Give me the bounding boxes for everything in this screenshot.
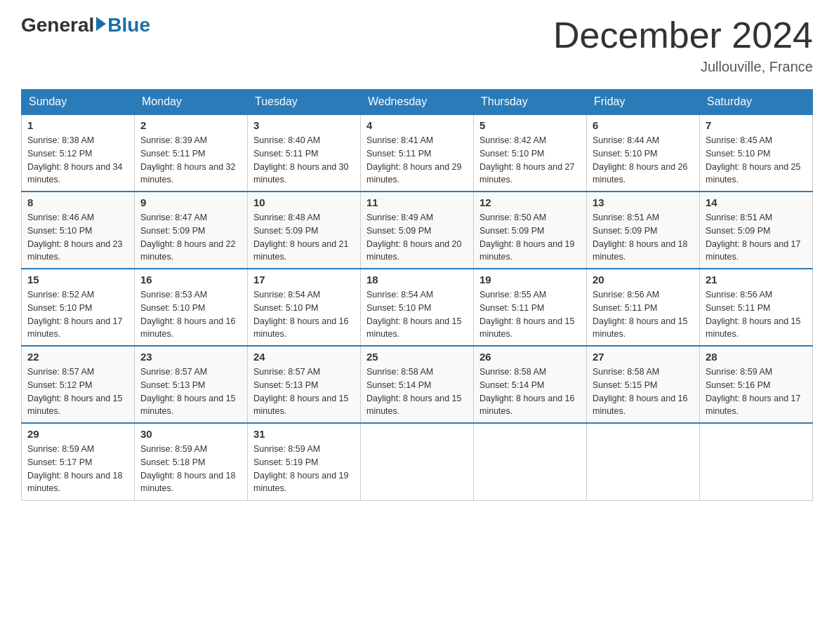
day-info: Sunrise: 8:53 AMSunset: 5:10 PMDaylight:… (140, 290, 236, 339)
day-number: 30 (140, 428, 241, 440)
calendar-table: SundayMondayTuesdayWednesdayThursdayFrid… (21, 89, 813, 501)
day-info: Sunrise: 8:40 AMSunset: 5:11 PMDaylight:… (253, 135, 349, 185)
day-info: Sunrise: 8:38 AMSunset: 5:12 PMDaylight:… (27, 135, 123, 185)
day-info: Sunrise: 8:56 AMSunset: 5:11 PMDaylight:… (593, 290, 688, 339)
day-number: 7 (706, 119, 807, 131)
day-number: 21 (706, 274, 807, 286)
calendar-header-tuesday: Tuesday (248, 90, 361, 115)
day-info: Sunrise: 8:51 AMSunset: 5:09 PMDaylight:… (706, 213, 801, 262)
day-number: 2 (140, 119, 241, 131)
day-number: 5 (479, 119, 581, 131)
day-number: 1 (27, 119, 128, 131)
calendar-cell: 13 Sunrise: 8:51 AMSunset: 5:09 PMDaylig… (587, 192, 700, 269)
calendar-cell: 21 Sunrise: 8:56 AMSunset: 5:11 PMDaylig… (700, 269, 813, 346)
calendar-cell: 15 Sunrise: 8:52 AMSunset: 5:10 PMDaylig… (22, 269, 135, 346)
day-number: 8 (27, 196, 128, 208)
day-info: Sunrise: 8:56 AMSunset: 5:11 PMDaylight:… (706, 290, 801, 339)
day-number: 15 (27, 274, 128, 286)
day-number: 28 (706, 351, 807, 363)
calendar-week-row: 22 Sunrise: 8:57 AMSunset: 5:12 PMDaylig… (22, 346, 813, 423)
day-info: Sunrise: 8:55 AMSunset: 5:11 PMDaylight:… (479, 290, 575, 339)
calendar-cell: 23 Sunrise: 8:57 AMSunset: 5:13 PMDaylig… (135, 346, 248, 423)
day-info: Sunrise: 8:57 AMSunset: 5:13 PMDaylight:… (253, 367, 349, 416)
day-number: 10 (253, 196, 355, 208)
logo-blue-text: Blue (107, 14, 150, 36)
day-info: Sunrise: 8:39 AMSunset: 5:11 PMDaylight:… (140, 135, 236, 185)
day-info: Sunrise: 8:54 AMSunset: 5:10 PMDaylight:… (366, 290, 462, 339)
day-number: 4 (366, 119, 468, 131)
calendar-cell (587, 423, 700, 500)
calendar-cell: 18 Sunrise: 8:54 AMSunset: 5:10 PMDaylig… (361, 269, 474, 346)
calendar-header-monday: Monday (135, 90, 248, 115)
calendar-week-row: 15 Sunrise: 8:52 AMSunset: 5:10 PMDaylig… (22, 269, 813, 346)
day-info: Sunrise: 8:59 AMSunset: 5:19 PMDaylight:… (253, 444, 349, 493)
day-number: 18 (366, 274, 468, 286)
calendar-header-thursday: Thursday (474, 90, 587, 115)
day-number: 9 (140, 196, 241, 208)
day-info: Sunrise: 8:51 AMSunset: 5:09 PMDaylight:… (593, 213, 688, 262)
day-info: Sunrise: 8:54 AMSunset: 5:10 PMDaylight:… (253, 290, 349, 339)
day-number: 24 (253, 351, 355, 363)
day-info: Sunrise: 8:59 AMSunset: 5:18 PMDaylight:… (140, 444, 236, 493)
calendar-cell (700, 423, 813, 500)
title-area: December 2024 Jullouville, France (553, 14, 813, 75)
day-number: 17 (253, 274, 355, 286)
day-number: 6 (593, 119, 694, 131)
calendar-cell: 25 Sunrise: 8:58 AMSunset: 5:14 PMDaylig… (361, 346, 474, 423)
day-info: Sunrise: 8:59 AMSunset: 5:17 PMDaylight:… (27, 444, 123, 493)
page-title: December 2024 (553, 14, 813, 56)
day-info: Sunrise: 8:47 AMSunset: 5:09 PMDaylight:… (140, 213, 236, 262)
day-info: Sunrise: 8:41 AMSunset: 5:11 PMDaylight:… (366, 135, 462, 185)
day-info: Sunrise: 8:58 AMSunset: 5:15 PMDaylight:… (593, 367, 688, 416)
calendar-cell: 1 Sunrise: 8:38 AMSunset: 5:12 PMDayligh… (22, 114, 135, 192)
day-info: Sunrise: 8:58 AMSunset: 5:14 PMDaylight:… (366, 367, 462, 416)
day-info: Sunrise: 8:44 AMSunset: 5:10 PMDaylight:… (593, 135, 688, 185)
day-number: 26 (479, 351, 581, 363)
calendar-cell: 27 Sunrise: 8:58 AMSunset: 5:15 PMDaylig… (587, 346, 700, 423)
calendar-cell: 10 Sunrise: 8:48 AMSunset: 5:09 PMDaylig… (248, 192, 361, 269)
day-number: 13 (593, 196, 694, 208)
day-number: 27 (593, 351, 694, 363)
day-number: 3 (253, 119, 355, 131)
day-number: 31 (253, 428, 355, 440)
calendar-cell: 9 Sunrise: 8:47 AMSunset: 5:09 PMDayligh… (135, 192, 248, 269)
calendar-cell: 24 Sunrise: 8:57 AMSunset: 5:13 PMDaylig… (248, 346, 361, 423)
day-number: 25 (366, 351, 468, 363)
calendar-header-wednesday: Wednesday (361, 90, 474, 115)
logo: General Blue (21, 14, 150, 36)
logo-arrow-icon (96, 17, 106, 31)
calendar-cell (361, 423, 474, 500)
day-info: Sunrise: 8:45 AMSunset: 5:10 PMDaylight:… (706, 135, 801, 185)
calendar-cell: 7 Sunrise: 8:45 AMSunset: 5:10 PMDayligh… (700, 114, 813, 192)
calendar-week-row: 8 Sunrise: 8:46 AMSunset: 5:10 PMDayligh… (22, 192, 813, 269)
calendar-cell: 14 Sunrise: 8:51 AMSunset: 5:09 PMDaylig… (700, 192, 813, 269)
day-number: 12 (479, 196, 581, 208)
subtitle: Jullouville, France (553, 59, 813, 75)
day-info: Sunrise: 8:49 AMSunset: 5:09 PMDaylight:… (366, 213, 462, 262)
day-number: 14 (706, 196, 807, 208)
calendar-cell: 5 Sunrise: 8:42 AMSunset: 5:10 PMDayligh… (474, 114, 587, 192)
day-info: Sunrise: 8:50 AMSunset: 5:09 PMDaylight:… (479, 213, 575, 262)
calendar-cell: 8 Sunrise: 8:46 AMSunset: 5:10 PMDayligh… (22, 192, 135, 269)
calendar-week-row: 1 Sunrise: 8:38 AMSunset: 5:12 PMDayligh… (22, 114, 813, 192)
day-number: 11 (366, 196, 468, 208)
day-number: 16 (140, 274, 241, 286)
day-info: Sunrise: 8:48 AMSunset: 5:09 PMDaylight:… (253, 213, 349, 262)
calendar-cell: 11 Sunrise: 8:49 AMSunset: 5:09 PMDaylig… (361, 192, 474, 269)
day-number: 19 (479, 274, 581, 286)
calendar-cell: 28 Sunrise: 8:59 AMSunset: 5:16 PMDaylig… (700, 346, 813, 423)
day-info: Sunrise: 8:58 AMSunset: 5:14 PMDaylight:… (479, 367, 575, 416)
header: General Blue December 2024 Jullouville, … (21, 14, 813, 75)
calendar-cell: 16 Sunrise: 8:53 AMSunset: 5:10 PMDaylig… (135, 269, 248, 346)
calendar-cell: 20 Sunrise: 8:56 AMSunset: 5:11 PMDaylig… (587, 269, 700, 346)
calendar-cell (474, 423, 587, 500)
day-number: 22 (27, 351, 128, 363)
calendar-cell: 19 Sunrise: 8:55 AMSunset: 5:11 PMDaylig… (474, 269, 587, 346)
calendar-header-saturday: Saturday (700, 90, 813, 115)
logo-area: General Blue (21, 14, 150, 36)
calendar-cell: 26 Sunrise: 8:58 AMSunset: 5:14 PMDaylig… (474, 346, 587, 423)
calendar-header-sunday: Sunday (22, 90, 135, 115)
calendar-cell: 30 Sunrise: 8:59 AMSunset: 5:18 PMDaylig… (135, 423, 248, 500)
day-info: Sunrise: 8:59 AMSunset: 5:16 PMDaylight:… (706, 367, 801, 416)
calendar-header-friday: Friday (587, 90, 700, 115)
